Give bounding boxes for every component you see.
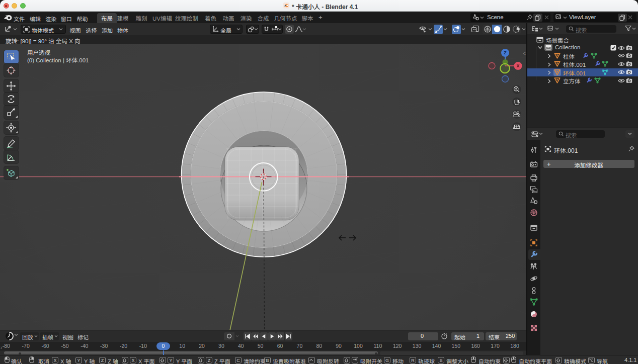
svg-text:Z: Z bbox=[504, 50, 507, 55]
svg-text:<: < bbox=[523, 51, 526, 56]
svg-text:X: X bbox=[516, 63, 519, 68]
